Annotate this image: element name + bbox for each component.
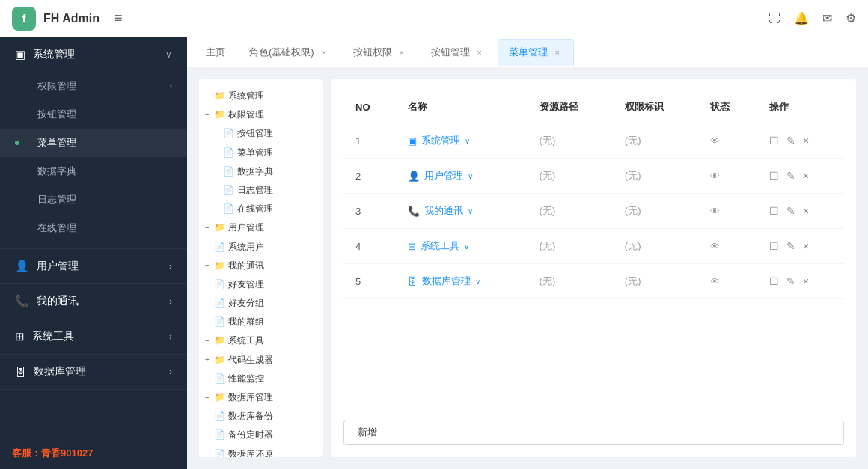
action-delete-5[interactable]: × <box>803 275 809 287</box>
tab-menu-mgmt[interactable]: 菜单管理 × <box>498 39 574 66</box>
sidebar-item-dict[interactable]: 数据字典 <box>0 157 187 186</box>
tree-node-my-group[interactable]: 📄 我的群组 <box>199 313 323 331</box>
tab-home[interactable]: 主页 <box>195 39 236 66</box>
action-delete-1[interactable]: × <box>803 135 809 147</box>
row1-name-text[interactable]: 系统管理 <box>421 134 460 147</box>
logo-text: FH Admin <box>43 12 100 25</box>
tree-node-codegen[interactable]: + 📁 代码生成器 <box>199 351 323 370</box>
cell-path-2: (无) <box>528 159 613 194</box>
tools-chevron-icon: › <box>169 331 172 342</box>
fullscreen-icon[interactable]: ⛶ <box>768 12 780 25</box>
tab-role[interactable]: 角色(基础权限) × <box>238 39 340 66</box>
tree-toggle-db[interactable]: − <box>205 392 214 404</box>
tree-node-sys-user[interactable]: 📄 系统用户 <box>199 238 323 257</box>
action-edit-3[interactable]: ✎ <box>786 205 795 217</box>
action-edit-2[interactable]: ✎ <box>786 170 795 182</box>
cell-no-2: 2 <box>343 159 396 194</box>
mail-icon[interactable]: ✉ <box>822 11 832 25</box>
action-detail-2[interactable]: ☐ <box>769 170 779 182</box>
tree-label-friends: 好友管理 <box>228 278 264 292</box>
tree-node-db-restore[interactable]: 📄 数据库还原 <box>199 445 323 457</box>
tab-role-close[interactable]: × <box>319 47 329 58</box>
tree-node-permission[interactable]: − 📁 权限管理 <box>199 105 323 124</box>
col-path: 资源路径 <box>528 91 613 123</box>
tree-node-log[interactable]: 📄 日志管理 <box>199 181 323 200</box>
status-icon-3[interactable]: 👁 <box>710 206 720 217</box>
action-detail-4[interactable]: ☐ <box>769 240 779 252</box>
cell-actions-5: ☐ ✎ × <box>757 264 844 299</box>
tab-button-mgmt-close[interactable]: × <box>474 47 485 58</box>
tree-node-menu-mgmt[interactable]: 📄 菜单管理 <box>199 144 323 162</box>
action-edit-1[interactable]: ✎ <box>786 135 795 147</box>
tree-toggle-tools[interactable]: − <box>205 335 214 347</box>
status-icon-5[interactable]: 👁 <box>710 276 720 287</box>
tree-toggle-comm[interactable]: − <box>205 260 214 272</box>
row5-name-text[interactable]: 数据库管理 <box>422 275 471 288</box>
sidebar-item-menu[interactable]: 菜单管理 <box>0 129 187 157</box>
action-edit-5[interactable]: ✎ <box>786 275 795 287</box>
sidebar-item-button[interactable]: 按钮管理 <box>0 100 187 129</box>
row4-name-text[interactable]: 系统工具 <box>421 239 459 253</box>
sidebar-group-comm[interactable]: 📞 我的通讯 › <box>0 284 187 319</box>
tree-toggle-system[interactable]: − <box>205 91 214 102</box>
tree-node-db-backup[interactable]: 📄 数据库备份 <box>199 407 323 426</box>
action-detail-1[interactable]: ☐ <box>769 135 779 147</box>
tree-folder-system: 📁 <box>214 89 225 103</box>
tree-node-btn-mgmt[interactable]: 📄 按钮管理 <box>199 124 323 143</box>
tree-node-online[interactable]: 📄 在线管理 <box>199 200 323 218</box>
cell-name-2: 👤 用户管理 ∨ <box>396 159 528 194</box>
sidebar-item-permission[interactable]: 权限管理 › <box>0 72 187 100</box>
action-delete-4[interactable]: × <box>803 240 809 252</box>
sidebar-item-menu-label: 菜单管理 <box>37 136 76 150</box>
tree-node-monitor[interactable]: 📄 性能监控 <box>199 370 323 388</box>
sidebar-group-tools[interactable]: ⊞ 系统工具 › <box>0 319 187 354</box>
tab-button-perm[interactable]: 按钮权限 × <box>342 39 418 66</box>
status-icon-4[interactable]: 👁 <box>710 241 720 252</box>
tree-node-dict[interactable]: 📄 数据字典 <box>199 162 323 181</box>
status-icon-1[interactable]: 👁 <box>710 135 720 147</box>
action-delete-3[interactable]: × <box>803 205 809 217</box>
settings-icon[interactable]: ⚙ <box>846 11 856 25</box>
cell-no-3: 3 <box>343 194 396 229</box>
col-status: 状态 <box>698 91 757 123</box>
sidebar-group-user[interactable]: 👤 用户管理 › <box>0 249 187 283</box>
tree-toggle-permission[interactable]: − <box>205 109 214 121</box>
sidebar-group-system[interactable]: ▣ 系统管理 ∨ <box>0 37 187 72</box>
action-detail-3[interactable]: ☐ <box>769 205 779 217</box>
menu-toggle-icon[interactable]: ≡ <box>114 10 123 26</box>
row2-name-text[interactable]: 用户管理 <box>424 169 463 183</box>
sidebar-item-log[interactable]: 日志管理 <box>0 186 187 214</box>
action-delete-2[interactable]: × <box>803 170 809 182</box>
add-button[interactable]: 新增 <box>343 420 844 445</box>
tree-file-friend-group: 📄 <box>214 296 225 310</box>
tree-node-tools[interactable]: − 📁 系统工具 <box>199 331 323 350</box>
tree-node-friend-group[interactable]: 📄 好友分组 <box>199 294 323 313</box>
tree-folder-comm: 📁 <box>214 259 225 273</box>
header-right: ⛶ 🔔 ✉ ⚙ <box>768 11 856 25</box>
sidebar-item-online[interactable]: 在线管理 <box>0 214 187 242</box>
table-row: 1 ▣ 系统管理 ∨ (无) (无) � <box>343 123 844 159</box>
cell-path-4: (无) <box>528 229 613 264</box>
tree-node-db[interactable]: − 📁 数据库管理 <box>199 388 323 407</box>
tab-menu-mgmt-close[interactable]: × <box>552 47 563 58</box>
sidebar-group-db[interactable]: 🗄 数据库管理 › <box>0 355 187 389</box>
tree-label-friend-group: 好友分组 <box>228 296 264 310</box>
tree-label-comm: 我的通讯 <box>228 259 264 273</box>
tree-node-system[interactable]: − 📁 系统管理 <box>199 87 323 105</box>
tree-toggle-user[interactable]: − <box>205 222 214 234</box>
action-edit-4[interactable]: ✎ <box>786 240 795 252</box>
action-detail-5[interactable]: ☐ <box>769 275 779 287</box>
tab-button-mgmt[interactable]: 按钮管理 × <box>420 39 496 66</box>
notification-icon[interactable]: 🔔 <box>794 11 809 25</box>
tree-node-user[interactable]: − 📁 用户管理 <box>199 218 323 237</box>
tree-node-comm[interactable]: − 📁 我的通讯 <box>199 257 323 275</box>
tree-toggle-codegen[interactable]: + <box>205 354 214 366</box>
db-chevron-icon: › <box>169 367 172 377</box>
status-icon-2[interactable]: 👁 <box>710 171 720 182</box>
row1-name-chevron: ∨ <box>465 137 470 145</box>
tab-button-perm-close[interactable]: × <box>397 47 407 58</box>
row2-name-icon: 👤 <box>408 171 420 182</box>
row3-name-text[interactable]: 我的通讯 <box>424 204 463 218</box>
tree-node-friends[interactable]: 📄 好友管理 <box>199 275 323 294</box>
tree-node-backup-timer[interactable]: 📄 备份定时器 <box>199 426 323 444</box>
